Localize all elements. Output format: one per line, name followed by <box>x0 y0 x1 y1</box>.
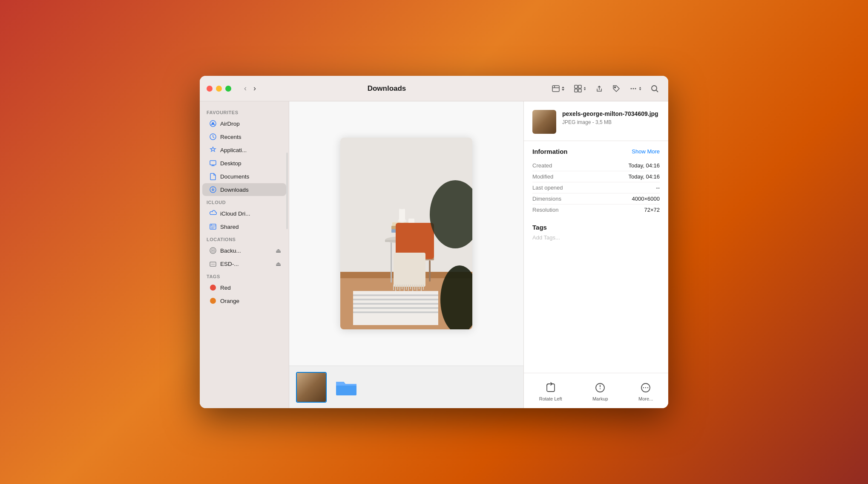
sidebar-item-downloads[interactable]: Downloads <box>202 183 286 196</box>
info-row: Modified Today, 04:16 <box>532 171 660 182</box>
svg-point-72 <box>596 383 604 392</box>
sidebar-section-tags: Tags <box>200 271 289 281</box>
svg-point-21 <box>211 225 212 225</box>
sidebar-item-desktop[interactable]: Desktop <box>202 157 286 170</box>
titlebar: ‹ › Downloads <box>200 76 668 101</box>
svg-rect-5 <box>575 89 578 92</box>
file-info: pexels-george-milton-7034609.jpg JPEG im… <box>562 110 660 125</box>
view-mode-button[interactable] <box>571 83 589 95</box>
sidebar-item-esd[interactable]: ESD-... ⏏ <box>202 257 286 270</box>
svg-point-26 <box>213 250 214 251</box>
sidebar-item-applications[interactable]: Applicati... <box>202 144 286 156</box>
markup-label: Markup <box>592 396 608 401</box>
file-thumbnail <box>532 110 556 134</box>
sidebar-label-red: Red <box>220 285 231 291</box>
thumbnail-photo[interactable] <box>296 372 327 403</box>
information-section-header: Information Show More <box>532 148 660 155</box>
svg-rect-34 <box>353 299 438 300</box>
sidebar-item-recents[interactable]: Recents <box>202 130 286 143</box>
svg-rect-4 <box>578 85 581 88</box>
applications-icon <box>209 146 217 154</box>
info-label: Resolution <box>532 207 558 213</box>
svg-point-47 <box>399 207 405 209</box>
close-button[interactable] <box>207 86 213 92</box>
svg-rect-16 <box>210 161 216 165</box>
desktop-icon <box>209 159 217 167</box>
sidebar: Favourites AirDrop <box>200 101 289 408</box>
thumbnail-folder[interactable] <box>331 372 362 403</box>
inspector-footer: Rotate Left Markup <box>524 373 668 408</box>
info-value: 4000×6000 <box>632 196 660 202</box>
svg-point-11 <box>652 86 657 91</box>
sidebar-item-icloud-drive[interactable]: iCloud Dri... <box>202 207 286 220</box>
rotate-left-button[interactable]: Rotate Left <box>532 380 569 403</box>
window-title: Downloads <box>230 84 544 93</box>
svg-rect-6 <box>578 89 581 92</box>
eject-esd-icon[interactable]: ⏏ <box>276 260 281 267</box>
svg-rect-46 <box>399 208 405 222</box>
svg-rect-53 <box>394 253 425 287</box>
info-row: Dimensions 4000×6000 <box>532 193 660 205</box>
eject-backup-icon[interactable]: ⏏ <box>276 247 281 254</box>
sidebar-label-documents: Documents <box>220 173 249 180</box>
more-actions-icon <box>640 382 652 394</box>
recents-icon <box>209 133 217 141</box>
svg-point-9 <box>633 88 634 89</box>
sidebar-item-backup[interactable]: Backu... ⏏ <box>202 244 286 257</box>
info-row: Last opened -- <box>532 182 660 193</box>
svg-rect-3 <box>575 85 578 88</box>
tag-orange-icon <box>209 297 217 305</box>
info-label: Created <box>532 162 552 169</box>
svg-rect-20 <box>210 224 216 229</box>
downloads-icon <box>209 186 217 193</box>
rotate-left-label: Rotate Left <box>539 396 562 401</box>
share-button[interactable] <box>592 83 606 95</box>
sidebar-section-icloud: iCloud <box>200 196 289 207</box>
sidebar-item-orange[interactable]: Orange <box>202 294 286 307</box>
location-button[interactable] <box>549 83 568 95</box>
more-options-button[interactable] <box>627 83 644 95</box>
tags-title: Tags <box>532 224 660 231</box>
sidebar-label-recents: Recents <box>220 134 241 140</box>
sidebar-label-desktop: Desktop <box>220 160 241 167</box>
search-button[interactable] <box>648 83 661 95</box>
shared-icon <box>209 223 217 230</box>
tags-placeholder: Add Tags... <box>532 234 560 241</box>
sidebar-item-shared[interactable]: Shared <box>202 220 286 233</box>
file-thumbnail-inner <box>532 110 556 134</box>
svg-rect-35 <box>353 303 438 305</box>
sidebar-item-documents[interactable]: Documents <box>202 170 286 183</box>
info-label: Last opened <box>532 184 563 191</box>
svg-line-12 <box>656 90 658 92</box>
sidebar-label-shared: Shared <box>220 224 239 230</box>
more-actions-label: More... <box>638 396 653 401</box>
information-title: Information <box>532 148 568 155</box>
tags-input[interactable]: Add Tags... <box>532 234 660 241</box>
svg-point-10 <box>635 88 636 89</box>
markup-button[interactable]: Markup <box>586 380 615 403</box>
info-value: Today, 04:16 <box>629 173 660 180</box>
minimize-button[interactable] <box>216 86 222 92</box>
info-value: -- <box>656 184 660 191</box>
svg-rect-51 <box>429 260 431 282</box>
info-row: Resolution 72×72 <box>532 205 660 215</box>
info-rows: Created Today, 04:16 Modified Today, 04:… <box>532 160 660 215</box>
sidebar-item-red[interactable]: Red <box>202 281 286 294</box>
sidebar-label-applications: Applicati... <box>220 147 247 153</box>
tag-button[interactable] <box>609 83 623 95</box>
more-actions-button[interactable]: More... <box>632 380 660 403</box>
svg-rect-36 <box>353 307 438 309</box>
rotate-left-icon <box>545 382 557 394</box>
svg-point-8 <box>631 88 632 89</box>
show-more-button[interactable]: Show More <box>632 148 660 155</box>
markup-icon <box>594 382 606 394</box>
sidebar-label-orange: Orange <box>220 298 239 304</box>
preview-image <box>340 138 472 329</box>
sidebar-item-airdrop[interactable]: AirDrop <box>202 117 286 130</box>
svg-point-7 <box>615 86 616 88</box>
info-value: 72×72 <box>644 207 660 213</box>
svg-rect-37 <box>353 311 438 313</box>
finder-window: ‹ › Downloads <box>200 76 668 408</box>
sidebar-label-downloads: Downloads <box>220 187 249 193</box>
svg-rect-33 <box>353 294 438 296</box>
